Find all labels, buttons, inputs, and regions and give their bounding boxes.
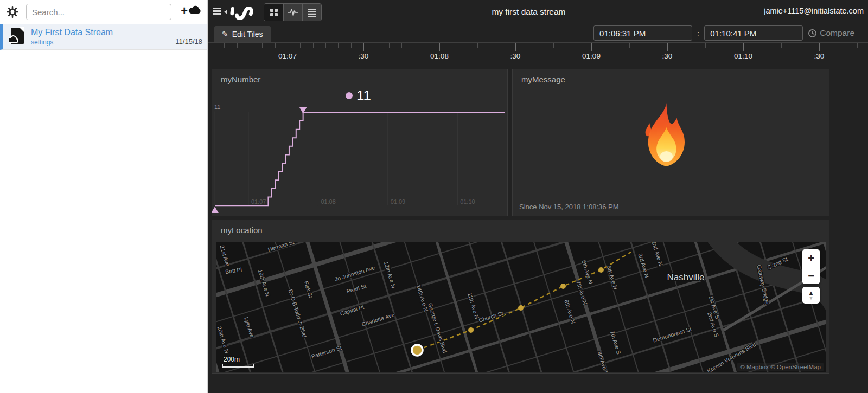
pulse-icon — [288, 7, 299, 18]
axis-tick — [718, 43, 718, 48]
map-compass-button[interactable]: ▲ ▼ — [802, 287, 820, 304]
axis-tick — [262, 43, 263, 48]
axis-tick — [832, 43, 832, 48]
axis-tick — [655, 43, 655, 48]
pencil-icon: ✎ — [222, 30, 228, 38]
axis-tick — [338, 43, 339, 48]
axis-tick — [515, 43, 516, 51]
axis-tick — [300, 43, 301, 48]
stream-settings-link[interactable]: settings — [31, 38, 53, 46]
map-zoom-out-button[interactable]: − — [802, 267, 820, 284]
axis-tick — [237, 43, 238, 48]
timeline-axis[interactable]: 01:07:3001:08:3001:09:3001:10:30 — [208, 42, 868, 67]
axis-tick — [477, 43, 478, 48]
end-time-input[interactable] — [704, 25, 803, 41]
axis-label: 01:09 — [582, 52, 601, 60]
start-time-input[interactable] — [593, 25, 692, 41]
chart-x-label: 01:09 — [391, 198, 405, 205]
search-input[interactable] — [26, 4, 171, 20]
axis-tick — [781, 43, 782, 48]
map-attribution[interactable]: © Mapbox © OpenStreetMap — [737, 363, 824, 371]
map-zoom-in-button[interactable]: + — [802, 249, 820, 267]
dashboard-main: my first data stream jamie+1115@initials… — [208, 0, 868, 393]
axis-label: :30 — [662, 52, 673, 60]
initial-state-logo-icon — [229, 3, 253, 23]
axis-tick — [313, 43, 314, 48]
sidebar-topbar: + — [0, 0, 207, 24]
axis-tick — [528, 43, 528, 48]
current-value: 11 — [356, 87, 371, 104]
since-timestamp: Since Nov 15, 2018 1:08:36 PM — [519, 203, 619, 211]
map-svg: Herman StBritt Pl21st Ave19th Ave NDr D … — [216, 242, 826, 372]
add-stream-button[interactable]: + — [181, 5, 202, 16]
axis-tick — [705, 43, 706, 48]
axis-tick — [629, 43, 630, 48]
axis-tick — [389, 43, 390, 48]
tile-mylocation: myLocation Herman StBritt Pl21st Ave19th… — [212, 220, 829, 374]
fire-emoji-icon — [637, 99, 695, 177]
series-dot-icon — [346, 92, 353, 99]
axis-tick — [401, 43, 402, 48]
axis-label: :30 — [510, 52, 521, 60]
axis-tick — [845, 43, 845, 48]
gps-track-point — [468, 327, 474, 333]
time-separator: : — [697, 29, 699, 38]
clock-icon — [808, 29, 817, 38]
axis-tick — [490, 43, 490, 48]
axis-tick — [250, 43, 250, 48]
app-window: + My First Data Stream settings 11/15/18 — [0, 0, 868, 393]
axis-tick — [275, 43, 276, 48]
map-canvas[interactable]: Herman StBritt Pl21st Ave19th Ave NDr D … — [216, 242, 826, 372]
current-location-marker[interactable] — [412, 345, 423, 356]
axis-tick — [617, 43, 617, 48]
triangle-up-icon: ▲ — [808, 290, 814, 296]
tile-title: myNumber — [221, 75, 260, 84]
stream-date: 11/15/18 — [175, 37, 202, 46]
tile-title: myLocation — [221, 226, 263, 235]
axis-tick — [807, 43, 807, 48]
axis-tick — [819, 43, 820, 51]
toolbar: ✎ Edit Tiles : Compare — [208, 24, 868, 42]
plus-icon: + — [181, 5, 188, 16]
edit-tiles-button[interactable]: ✎ Edit Tiles — [214, 26, 271, 42]
stream-list-item[interactable]: My First Data Stream settings 11/15/18 — [0, 24, 207, 50]
grid-icon — [269, 7, 279, 18]
axis-tick — [667, 43, 668, 51]
chart-x-label: 01:08 — [321, 198, 335, 205]
axis-tick — [212, 43, 212, 48]
axis-tick — [553, 43, 554, 48]
tile-title: myMessage — [521, 75, 565, 84]
axis-tick — [427, 43, 427, 48]
gps-track-point — [518, 305, 524, 311]
axis-tick — [756, 43, 756, 48]
collapse-sidebar-button[interactable] — [213, 8, 227, 16]
tile-mymessage: myMessage — [512, 69, 829, 216]
axis-label: 01:08 — [430, 52, 449, 60]
waves-view-button[interactable] — [283, 4, 302, 21]
map-scale-bar: 200m — [222, 356, 254, 368]
axis-tick — [680, 43, 680, 48]
axis-label: 01:07 — [278, 52, 297, 60]
axis-tick — [579, 43, 579, 48]
axis-tick — [326, 43, 326, 48]
axis-tick — [465, 43, 465, 48]
tiles-view-button[interactable] — [264, 4, 283, 21]
lines-view-button[interactable] — [302, 4, 321, 21]
axis-tick — [288, 43, 288, 51]
y-axis-max-label: 11 — [214, 104, 220, 110]
top-bar: my first data stream jamie+1115@initials… — [208, 0, 868, 24]
tile-mynumber: myNumber 11 11 01:0701:0801:0901:10 — [212, 69, 508, 216]
compare-button[interactable]: Compare — [808, 28, 854, 38]
map-controls: + − ▲ ▼ — [802, 249, 820, 304]
time-range-controls: : Compare — [593, 25, 854, 41]
gear-icon[interactable] — [7, 6, 18, 20]
axis-tick — [503, 43, 503, 48]
compare-label: Compare — [820, 28, 854, 38]
axis-label: :30 — [814, 52, 825, 60]
triangle-down-icon: ▼ — [809, 296, 814, 301]
axis-tick — [224, 43, 225, 48]
gps-track-point — [560, 284, 566, 289]
account-email[interactable]: jamie+1115@initialstate.com — [764, 7, 864, 15]
axis-tick — [604, 43, 604, 48]
axis-tick — [351, 43, 352, 48]
